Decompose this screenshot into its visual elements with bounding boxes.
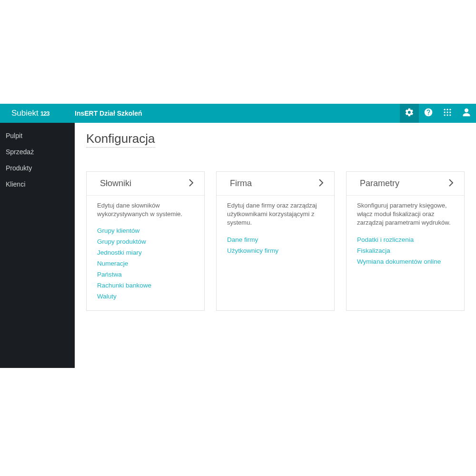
page-title: Konfiguracja [86, 131, 155, 148]
chevron-right-icon [449, 179, 454, 188]
card-parametry: Parametry Skonfiguruj parametry księgowe… [346, 171, 465, 311]
card-desc: Skonfiguruj parametry księgowe, włącz mo… [357, 201, 454, 228]
chevron-right-icon [189, 179, 194, 188]
card-header[interactable]: Słowniki [87, 172, 204, 195]
card-header[interactable]: Firma [217, 172, 334, 195]
card-slowniki: Słowniki Edytuj dane słowników wykorzyst… [86, 171, 205, 311]
apps-button[interactable] [438, 104, 457, 123]
svg-point-2 [449, 109, 451, 110]
svg-point-4 [446, 111, 448, 113]
logo-suffix: 123 [40, 110, 50, 117]
main-content: Konfiguracja Słowniki Edytuj dane słowni… [75, 123, 476, 368]
card-links: Podatki i rozliczenia Fiskalizacja Wymia… [357, 236, 454, 265]
card-body: Edytuj dane słowników wykorzystywanych w… [87, 195, 204, 310]
card-desc: Edytuj dane słowników wykorzystywanych w… [97, 201, 194, 218]
svg-point-8 [449, 114, 451, 116]
card-links: Dane firmy Użytkownicy firmy [227, 236, 324, 254]
card-body: Edytuj dane firmy oraz zarządzaj użytkow… [217, 195, 334, 265]
card-firma: Firma Edytuj dane firmy oraz zarządzaj u… [216, 171, 335, 311]
cards-row: Słowniki Edytuj dane słowników wykorzyst… [86, 171, 465, 311]
card-header[interactable]: Parametry [347, 172, 464, 195]
settings-button[interactable] [400, 104, 419, 123]
user-icon [462, 108, 471, 119]
sidebar-item-label: Klienci [6, 180, 25, 188]
card-body: Skonfiguruj parametry księgowe, włącz mo… [347, 195, 464, 276]
card-link[interactable]: Fiskalizacja [357, 247, 454, 254]
card-link[interactable]: Użytkownicy firmy [227, 247, 324, 254]
card-link[interactable]: Rachunki bankowe [97, 282, 194, 289]
svg-point-5 [449, 111, 451, 113]
body: Pulpit Sprzedaż Produkty Klienci Konfigu… [0, 123, 476, 368]
sidebar-item-produkty[interactable]: Produkty [0, 160, 75, 176]
app-logo[interactable]: Subiekt 123 [0, 109, 75, 118]
apps-grid-icon [443, 108, 452, 119]
svg-point-1 [446, 109, 448, 110]
sidebar-item-sprzedaz[interactable]: Sprzedaż [0, 144, 75, 160]
sidebar-item-klienci[interactable]: Klienci [0, 176, 75, 192]
svg-point-0 [444, 109, 446, 110]
user-button[interactable] [457, 104, 476, 123]
topbar: Subiekt 123 InsERT Dział Szkoleń [0, 104, 476, 123]
card-title: Słowniki [100, 178, 131, 188]
sidebar-item-pulpit[interactable]: Pulpit [0, 128, 75, 144]
card-link[interactable]: Numeracje [97, 260, 194, 267]
svg-point-3 [444, 111, 446, 113]
card-link[interactable]: Państwa [97, 271, 194, 278]
help-button[interactable] [419, 104, 438, 123]
card-link[interactable]: Grupy produktów [97, 238, 194, 245]
topbar-actions [400, 104, 476, 123]
org-name: InsERT Dział Szkoleń [75, 109, 142, 117]
card-title: Parametry [360, 178, 399, 188]
logo-text: Subiekt [11, 109, 39, 118]
card-title: Firma [230, 178, 252, 188]
card-desc: Edytuj dane firmy oraz zarządzaj użytkow… [227, 201, 324, 228]
sidebar: Pulpit Sprzedaż Produkty Klienci [0, 123, 75, 368]
card-link[interactable]: Jednostki miary [97, 249, 194, 256]
card-link[interactable]: Dane firmy [227, 236, 324, 243]
card-link[interactable]: Podatki i rozliczenia [357, 236, 454, 243]
card-links: Grupy klientów Grupy produktów Jednostki… [97, 227, 194, 300]
sidebar-item-label: Pulpit [6, 132, 22, 139]
card-link[interactable]: Wymiana dokumentów online [357, 258, 454, 265]
help-icon [424, 108, 433, 119]
card-link[interactable]: Waluty [97, 293, 194, 300]
gear-icon [405, 108, 414, 119]
sidebar-item-label: Produkty [6, 164, 32, 172]
sidebar-item-label: Sprzedaż [6, 148, 34, 156]
svg-point-6 [444, 114, 446, 116]
app-window: Subiekt 123 InsERT Dział Szkoleń [0, 104, 476, 368]
svg-point-7 [446, 114, 448, 116]
chevron-right-icon [319, 179, 324, 188]
card-link[interactable]: Grupy klientów [97, 227, 194, 234]
